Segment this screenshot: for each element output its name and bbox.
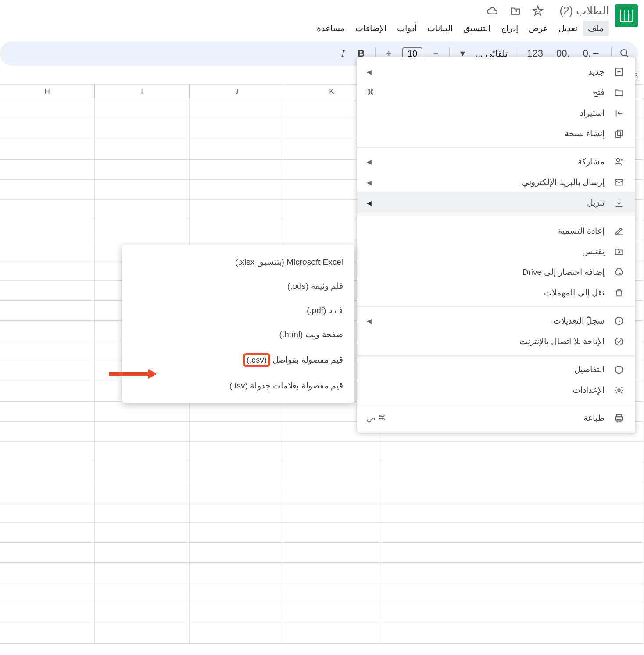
cell[interactable] bbox=[0, 583, 95, 603]
cell[interactable] bbox=[95, 180, 190, 199]
column-header[interactable]: H bbox=[0, 85, 95, 99]
cloud-status-icon[interactable] bbox=[486, 5, 499, 17]
menu-insert[interactable]: إدراج bbox=[496, 21, 523, 36]
cell[interactable] bbox=[284, 623, 379, 643]
menu-item-details[interactable]: التفاصيل bbox=[357, 359, 635, 380]
cell[interactable] bbox=[190, 502, 284, 522]
cell[interactable] bbox=[0, 543, 95, 562]
cell[interactable] bbox=[95, 160, 190, 179]
submenu-item-pdf[interactable]: ف د (pdf.) bbox=[122, 298, 354, 322]
menu-item-new[interactable]: جديد ◀ bbox=[357, 61, 635, 82]
cell[interactable] bbox=[0, 160, 95, 179]
cell[interactable] bbox=[0, 361, 95, 381]
table-row[interactable] bbox=[0, 603, 644, 623]
table-row[interactable] bbox=[0, 523, 644, 543]
cell[interactable] bbox=[190, 119, 284, 139]
cell[interactable] bbox=[0, 301, 95, 320]
cell[interactable] bbox=[190, 623, 284, 643]
menu-item-import[interactable]: استيراد bbox=[357, 103, 635, 123]
menu-addons[interactable]: الإضافات bbox=[350, 21, 392, 36]
cell[interactable] bbox=[284, 543, 379, 562]
cell[interactable] bbox=[284, 482, 379, 502]
cell[interactable] bbox=[379, 482, 644, 502]
cell[interactable] bbox=[0, 442, 95, 462]
menu-item-make-copy[interactable]: إنشاء نسخة bbox=[357, 123, 635, 144]
cell[interactable] bbox=[284, 502, 379, 522]
cell[interactable] bbox=[0, 502, 95, 522]
cell[interactable] bbox=[0, 321, 95, 341]
cell[interactable] bbox=[379, 523, 644, 542]
cell[interactable] bbox=[379, 502, 644, 522]
cell[interactable] bbox=[190, 563, 284, 583]
cell[interactable] bbox=[284, 583, 379, 603]
cell[interactable] bbox=[190, 543, 284, 562]
cell[interactable] bbox=[0, 99, 95, 119]
cell[interactable] bbox=[95, 462, 190, 482]
cell[interactable] bbox=[0, 523, 95, 542]
cell[interactable] bbox=[284, 603, 379, 623]
column-header[interactable]: I bbox=[95, 85, 190, 99]
menu-tools[interactable]: أدوات bbox=[392, 21, 422, 36]
cell[interactable] bbox=[0, 260, 95, 280]
menu-edit[interactable]: تعديل bbox=[553, 21, 583, 36]
menu-item-settings[interactable]: الإعدادات bbox=[357, 380, 635, 400]
cell[interactable] bbox=[284, 442, 379, 462]
cell[interactable] bbox=[95, 543, 190, 562]
cell[interactable] bbox=[95, 442, 190, 462]
table-row[interactable] bbox=[0, 563, 644, 583]
cell[interactable] bbox=[0, 200, 95, 220]
submenu-item-ods[interactable]: قلم وثيقة (ods.) bbox=[122, 274, 354, 298]
cell[interactable] bbox=[0, 482, 95, 502]
cell[interactable] bbox=[0, 240, 95, 260]
cell[interactable] bbox=[190, 160, 284, 179]
italic-button[interactable]: I bbox=[339, 48, 347, 59]
menu-item-print[interactable]: طباعة ص ⌘ bbox=[357, 408, 635, 428]
menu-item-rename[interactable]: إعادة التسمية bbox=[357, 221, 635, 241]
menu-format[interactable]: التنسيق bbox=[458, 21, 496, 36]
cell[interactable] bbox=[190, 482, 284, 502]
cell[interactable] bbox=[0, 281, 95, 300]
cell[interactable] bbox=[190, 583, 284, 603]
menu-item-offline[interactable]: الإتاحة بلا اتصال بالإنترنت bbox=[357, 331, 635, 352]
menu-item-version-history[interactable]: سجلّ التعديلات ◀ bbox=[357, 310, 635, 331]
star-icon[interactable] bbox=[532, 5, 544, 17]
cell[interactable] bbox=[0, 220, 95, 240]
menu-item-add-shortcut[interactable]: إضافة اختصار إلى Drive bbox=[357, 262, 635, 282]
cell[interactable] bbox=[95, 563, 190, 583]
submenu-item-html[interactable]: صفحة ويب (html.) bbox=[122, 322, 354, 346]
cell[interactable] bbox=[190, 139, 284, 159]
cell[interactable] bbox=[190, 462, 284, 482]
cell[interactable] bbox=[0, 341, 95, 361]
table-row[interactable] bbox=[0, 583, 644, 603]
cell[interactable] bbox=[190, 220, 284, 240]
table-row[interactable] bbox=[0, 442, 644, 462]
cell[interactable] bbox=[284, 563, 379, 583]
cell[interactable] bbox=[0, 402, 95, 421]
cell[interactable] bbox=[0, 180, 95, 199]
cell[interactable] bbox=[95, 402, 190, 421]
cell[interactable] bbox=[95, 482, 190, 502]
cell[interactable] bbox=[379, 462, 644, 482]
sheets-app-icon[interactable] bbox=[615, 4, 638, 27]
menu-data[interactable]: البيانات bbox=[422, 21, 458, 36]
menu-item-open[interactable]: فتح ⌘ bbox=[357, 82, 635, 103]
cell[interactable] bbox=[95, 623, 190, 643]
table-row[interactable] bbox=[0, 543, 644, 563]
cell[interactable] bbox=[190, 200, 284, 220]
cell[interactable] bbox=[0, 119, 95, 139]
cell[interactable] bbox=[0, 563, 95, 583]
cell[interactable] bbox=[95, 422, 190, 441]
menu-item-email[interactable]: إرسال بالبريد الإلكتروني ◀ bbox=[357, 172, 635, 192]
cell[interactable] bbox=[190, 603, 284, 623]
cell[interactable] bbox=[0, 623, 95, 643]
cell[interactable] bbox=[379, 623, 644, 643]
cell[interactable] bbox=[379, 543, 644, 562]
cell[interactable] bbox=[190, 402, 284, 421]
cell[interactable] bbox=[190, 442, 284, 462]
move-folder-icon[interactable] bbox=[509, 5, 522, 17]
cell[interactable] bbox=[95, 139, 190, 159]
cell[interactable] bbox=[95, 603, 190, 623]
submenu-item-xlsx[interactable]: Microsoft Excel (بتنسيق xlsx.) bbox=[122, 250, 354, 274]
cell[interactable] bbox=[190, 523, 284, 542]
menu-view[interactable]: عرض bbox=[523, 21, 553, 36]
